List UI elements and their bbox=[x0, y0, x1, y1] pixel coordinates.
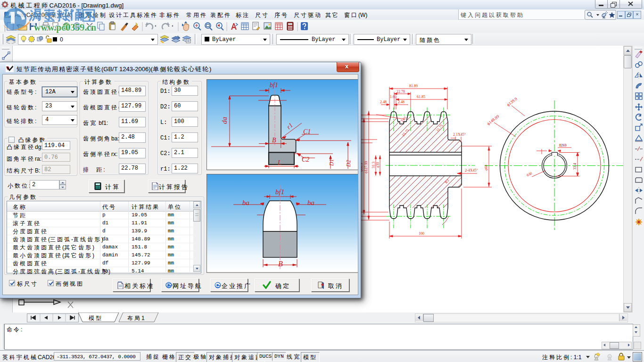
svg-text:D2: D2 bbox=[345, 160, 352, 167]
svg-text:100: 100 bbox=[419, 231, 424, 236]
svg-text:bf1: bf1 bbox=[270, 82, 278, 89]
svg-text:2.48: 2.48 bbox=[380, 100, 387, 104]
svg-text:ba: ba bbox=[307, 199, 314, 206]
svg-text:3.05: 3.05 bbox=[400, 115, 407, 123]
svg-text:C2: C2 bbox=[302, 156, 309, 163]
svg-text:2.1X45°: 2.1X45° bbox=[453, 132, 466, 137]
svg-text:C1: C1 bbox=[303, 128, 311, 135]
svg-text:ϕ127.99: ϕ127.99 bbox=[364, 161, 368, 173]
svg-text:D1: D1 bbox=[328, 159, 335, 166]
svg-text:ϕ148.89: ϕ148.89 bbox=[486, 114, 500, 126]
svg-text:61.85: 61.85 bbox=[417, 95, 425, 99]
svg-text:55.75: 55.75 bbox=[401, 128, 410, 137]
svg-text:1.69: 1.69 bbox=[390, 95, 396, 99]
svg-text:B: B bbox=[278, 260, 283, 268]
svg-text:ϕ30: ϕ30 bbox=[376, 162, 380, 168]
svg-text:L: L bbox=[277, 159, 281, 166]
svg-text:31.3: 31.3 bbox=[372, 162, 376, 168]
svg-text:2-4X45°: 2-4X45° bbox=[465, 168, 478, 173]
svg-text:8JS9: 8JS9 bbox=[559, 143, 567, 148]
svg-text:da: da bbox=[221, 117, 228, 124]
svg-text:33.4: 33.4 bbox=[573, 163, 577, 170]
svg-text:2.48: 2.48 bbox=[398, 100, 405, 104]
svg-text:ϕ30: ϕ30 bbox=[526, 171, 533, 177]
svg-text:31.75: 31.75 bbox=[435, 123, 444, 132]
svg-text:22.78: 22.78 bbox=[396, 90, 405, 94]
svg-text:ba: ba bbox=[242, 199, 249, 206]
svg-text:ϕ139.9: ϕ139.9 bbox=[506, 96, 518, 107]
svg-text:B: B bbox=[272, 137, 276, 144]
svg-text:81.89: 81.89 bbox=[409, 84, 418, 88]
